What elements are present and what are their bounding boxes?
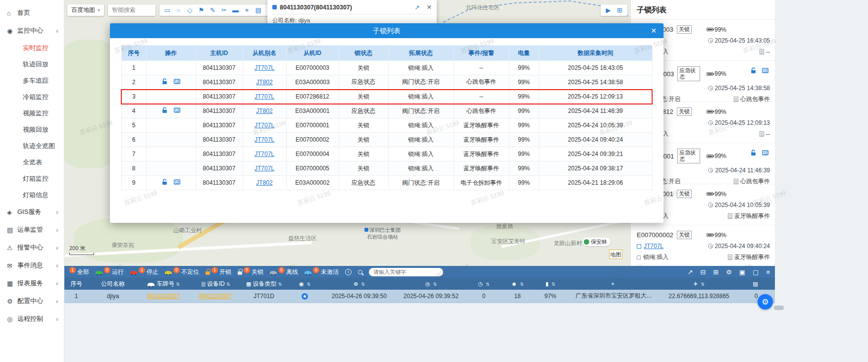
filter-unlocked[interactable]: 1开锁: [205, 268, 231, 276]
sublock-row[interactable]: 48041130307JT802E03A000001应急状态阀门状态:开启心跳包…: [121, 104, 652, 118]
alias-link[interactable]: JT707L: [255, 165, 274, 172]
sidebar-subitem[interactable]: 全览表: [0, 154, 64, 170]
sublock-card[interactable]: E007000002关锁99%JT707L2025-04-24 09:40:24…: [631, 225, 775, 266]
layers-icon[interactable]: ▤: [253, 4, 264, 16]
alias-link[interactable]: JT707L: [255, 93, 274, 100]
vehicle-col-header[interactable]: 公司名称: [88, 278, 138, 290]
filter-stopped[interactable]: 1停止: [130, 268, 158, 276]
sort-icon[interactable]: ⇅: [226, 282, 230, 287]
map-type-map-button[interactable]: 地图: [609, 250, 622, 259]
device-id-link[interactable]: 8041130307: [200, 293, 232, 300]
vehicle-col-header[interactable]: ⊕⇅: [323, 278, 395, 290]
card-action-icon[interactable]: [173, 178, 181, 186]
sort-icon[interactable]: ⇅: [307, 282, 311, 287]
alias-link[interactable]: JT707L: [255, 64, 274, 71]
vehicle-col-header[interactable]: ◉⇅: [286, 278, 323, 290]
sidebar-subitem[interactable]: 轨迹全览图: [0, 138, 64, 154]
layout-icon[interactable]: ⊞: [713, 268, 718, 276]
sort-icon[interactable]: ⇅: [433, 282, 437, 287]
sublock-row[interactable]: 88041130307JT707LE007000005关锁锁绳:插入蓝牙唤醒事件…: [121, 161, 652, 176]
panel-grid-icon[interactable]: ⊞: [614, 4, 625, 16]
info-icon[interactable]: i: [345, 269, 352, 275]
fullscreen-icon[interactable]: ▢: [753, 268, 759, 276]
flag-icon[interactable]: ⚑: [196, 4, 207, 16]
rect-select-icon[interactable]: ▭: [161, 4, 173, 16]
sidebar-item-gis-service[interactable]: ◈GIS服务∨: [0, 203, 64, 221]
copy-icon[interactable]: ▣: [739, 268, 745, 276]
cut-icon[interactable]: ✂: [218, 4, 230, 16]
sidebar-subitem[interactable]: 多车追踪: [0, 72, 64, 89]
vehicle-col-header[interactable]: ▮⇅: [534, 278, 566, 290]
navigate-icon[interactable]: ▶: [603, 4, 614, 16]
unlock-action-icon[interactable]: [750, 67, 757, 74]
sort-icon[interactable]: ⇅: [520, 282, 524, 287]
vehicle-col-header[interactable]: 序号: [64, 278, 88, 290]
card-action-icon[interactable]: [762, 67, 769, 74]
smart-search-button[interactable]: 智能搜索: [108, 4, 155, 16]
card-action-icon[interactable]: [173, 78, 181, 85]
sublock-row[interactable]: 28041130307JT802E03A000003应急状态阀门状态:开启心跳包…: [121, 75, 652, 90]
sublock-row[interactable]: 58041130307JT707LE007000001关锁锁绳:插入蓝牙唤醒事件…: [121, 118, 652, 133]
alias-link[interactable]: JT707L: [255, 122, 274, 129]
measure-icon[interactable]: ▬: [230, 4, 241, 16]
sidebar-item-report-service[interactable]: ▦报表服务∨: [0, 274, 64, 292]
sort-icon[interactable]: ⇅: [552, 282, 556, 287]
filter-running[interactable]: 0运行: [96, 268, 124, 276]
sidebar-item-remote-control[interactable]: ◎远程控制∨: [0, 310, 64, 328]
search-icon[interactable]: [358, 270, 362, 274]
filter-offline[interactable]: 0离线: [270, 268, 298, 276]
contacts-icon[interactable]: ⊟: [700, 268, 706, 276]
vehicle-col-header[interactable]: ◷⇅: [467, 278, 501, 290]
sort-icon[interactable]: ⇅: [278, 282, 282, 287]
sidebar-item-waybill-monitor[interactable]: ▤运单监管∨: [0, 221, 64, 239]
sublock-row[interactable]: 98041130307JT802E03A000002应急状态阀门状态:开启电子仓…: [121, 176, 652, 190]
vehicle-col-header[interactable]: ⌖: [566, 278, 661, 290]
sublock-row[interactable]: 18041130307JT707LE007000003关锁锁绳:插入--99%2…: [121, 61, 652, 75]
sidebar-subitem[interactable]: 灯箱信息: [0, 187, 64, 203]
vehicle-col-header[interactable]: ▨: [737, 278, 775, 290]
filter-all[interactable]: 1全部: [69, 268, 89, 276]
sort-icon[interactable]: ⇅: [176, 282, 180, 287]
alias-link[interactable]: JT802: [256, 179, 272, 186]
panel-collapse-handle[interactable]: [774, 306, 784, 310]
filter-locked[interactable]: 0关锁: [238, 268, 263, 276]
sidebar-subitem[interactable]: 灯箱监控: [0, 170, 64, 187]
popup-close-icon[interactable]: ✕: [427, 3, 432, 11]
settings-fab[interactable]: ⚙: [758, 294, 773, 310]
target-icon[interactable]: ⌖: [241, 4, 253, 16]
alias-link[interactable]: JT802: [256, 107, 272, 114]
alias-link[interactable]: JT707L: [255, 136, 274, 143]
sidebar-subitem[interactable]: 实时监控: [0, 40, 64, 56]
card-action-icon[interactable]: [173, 106, 181, 114]
sidebar-subitem[interactable]: 轨迹回放: [0, 56, 64, 72]
menu-icon[interactable]: ≡: [766, 268, 770, 276]
vehicle-col-header[interactable]: ☻⇅: [501, 278, 534, 290]
sublock-row[interactable]: 38041130307JT707LE007286812关锁锁绳:插入--99%2…: [121, 90, 652, 104]
unlock-action-icon[interactable]: [161, 178, 168, 186]
park-poi[interactable]: 保安林: [582, 238, 611, 246]
alias-link[interactable]: JT707L: [255, 151, 274, 157]
settings-icon[interactable]: ⚙: [726, 268, 732, 276]
share-icon[interactable]: ↗: [687, 268, 693, 276]
sort-icon[interactable]: ⇅: [486, 282, 490, 287]
vehicle-col-header[interactable]: 车牌号⇅: [138, 278, 190, 290]
sidebar-subitem[interactable]: 视频监控: [0, 105, 64, 121]
vehicle-row[interactable]: 1djiya80411303078041130307JT701D2025-04-…: [64, 290, 775, 303]
circle-select-icon[interactable]: ○: [173, 4, 184, 16]
plate-link[interactable]: 8041130307: [148, 293, 180, 300]
sidebar-subitem[interactable]: 视频回放: [0, 121, 64, 138]
vehicle-col-header[interactable]: |||设备ID⇅: [190, 278, 242, 290]
sidebar-item-home[interactable]: ⌂首页: [0, 4, 64, 22]
sidebar-subitem[interactable]: 冷箱监控: [0, 89, 64, 105]
alias-link[interactable]: JT707L: [644, 243, 664, 250]
filter-inactive[interactable]: 0未激活: [305, 268, 339, 276]
keyword-search-input[interactable]: [369, 268, 443, 276]
vehicle-col-header[interactable]: ▦设备类型⇅: [242, 278, 286, 290]
sidebar-item-event-message[interactable]: ✉事件消息∨: [0, 257, 64, 274]
polygon-select-icon[interactable]: ◇: [184, 4, 196, 16]
sort-icon[interactable]: ⇅: [701, 282, 705, 287]
vehicle-col-header[interactable]: ✈⇅: [661, 278, 737, 290]
sidebar-item-monitor-center[interactable]: ◉监控中心∧: [0, 22, 64, 40]
sublock-row[interactable]: 78041130307JT707LE007000004关锁锁绳:插入蓝牙唤醒事件…: [121, 147, 652, 161]
unlock-action-icon[interactable]: [750, 149, 757, 156]
